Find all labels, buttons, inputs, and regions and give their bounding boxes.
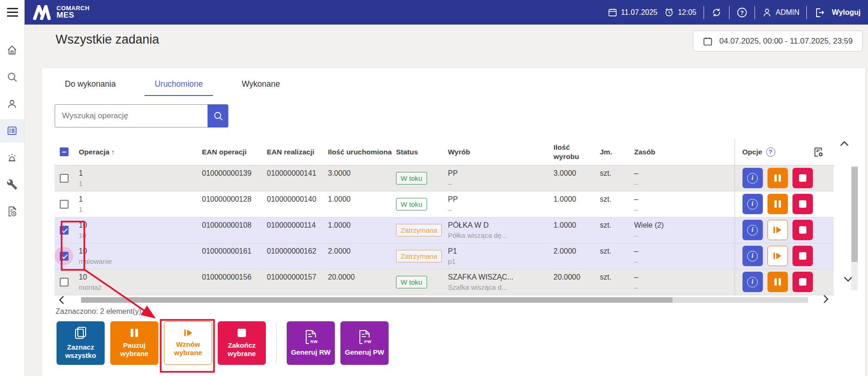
info-button[interactable]: i bbox=[742, 168, 763, 188]
vertical-scrollbar-thumb[interactable] bbox=[851, 167, 858, 262]
status-badge: W toku bbox=[396, 198, 427, 210]
cell-wyrob: PP bbox=[448, 195, 458, 203]
cell-ean-operacji: 010000000156 bbox=[202, 269, 267, 295]
cell-ean-operacji: 010000000128 bbox=[202, 191, 267, 217]
sidebar-item-alarms[interactable] bbox=[0, 146, 24, 169]
tab-wykonane[interactable]: Wykonane bbox=[232, 76, 290, 96]
cell-jm: szt. bbox=[600, 191, 634, 217]
sidebar-item-reports[interactable] bbox=[0, 200, 24, 223]
sidebar-item-tasks[interactable] bbox=[0, 119, 24, 142]
current-date: 11.07.2025 bbox=[608, 7, 658, 17]
generate-pw-button[interactable]: PW Generuj PW bbox=[340, 321, 389, 365]
cell-operacja: 1 bbox=[79, 195, 83, 203]
col-ilosc-wyrobu[interactable]: Ilość wyrobu bbox=[554, 139, 600, 165]
pause-selected-button[interactable]: Pauzuj wybrane bbox=[110, 321, 158, 365]
cell-operacja: 1 bbox=[79, 169, 83, 177]
table-settings-icon[interactable] bbox=[812, 146, 824, 158]
sidebar-item-employees[interactable] bbox=[0, 92, 24, 115]
date-range-picker[interactable]: 04.07.2025, 00:00 - 11.07.2025, 23:59 bbox=[693, 31, 862, 51]
row-checkbox[interactable] bbox=[60, 252, 69, 261]
sidebar-item-home[interactable] bbox=[0, 38, 24, 62]
col-ilosc-uruchomiona[interactable]: Ilość uruchomiona bbox=[328, 139, 396, 165]
pause-resume-button[interactable] bbox=[767, 168, 788, 188]
select-all-checkbox[interactable] bbox=[60, 147, 69, 156]
info-icon: i bbox=[747, 225, 758, 236]
row-checkbox[interactable] bbox=[60, 200, 69, 209]
cell-wyrob-sub: Szafka wisząca d... bbox=[448, 283, 550, 291]
col-operacja[interactable]: Operacja bbox=[79, 148, 109, 156]
logout-button[interactable] bbox=[814, 7, 825, 18]
col-ean-realizacji[interactable]: EAN realizacji bbox=[267, 139, 328, 165]
cell-ilosc-wyrobu: 1.0000 bbox=[554, 217, 600, 243]
finish-selected-button[interactable]: Zakończ wybrane bbox=[218, 321, 266, 365]
document-clock-icon bbox=[6, 205, 18, 217]
scroll-right-icon[interactable] bbox=[821, 293, 831, 306]
cell-zasob: – bbox=[634, 247, 638, 255]
cell-operacja-sub: 1 bbox=[79, 205, 198, 213]
stop-button[interactable] bbox=[793, 272, 813, 292]
scroll-left-icon[interactable] bbox=[57, 293, 67, 306]
select-all-button[interactable]: Zaznacz wszystko bbox=[57, 321, 105, 365]
table-header-row: Operacja↑ EAN operacji EAN realizacji Il… bbox=[55, 139, 834, 165]
user-icon bbox=[762, 7, 772, 18]
vertical-scrollbar[interactable] bbox=[851, 166, 858, 290]
stop-icon bbox=[799, 252, 806, 260]
cell-wyrob-sub: – bbox=[448, 179, 550, 187]
cell-ean-operacji: 010000000161 bbox=[202, 243, 267, 269]
info-button[interactable]: i bbox=[742, 194, 763, 214]
info-button[interactable]: i bbox=[742, 246, 763, 266]
pause-resume-button[interactable] bbox=[767, 246, 788, 266]
horizontal-scrollbar[interactable] bbox=[81, 297, 808, 303]
help-button[interactable]: ? bbox=[736, 7, 748, 18]
page-title: Wszystkie zadania bbox=[56, 32, 159, 47]
search-button[interactable] bbox=[208, 104, 228, 127]
pause-icon bbox=[774, 278, 781, 286]
refresh-button[interactable] bbox=[711, 7, 722, 18]
stop-button[interactable] bbox=[793, 246, 813, 266]
scroll-up-icon[interactable] bbox=[837, 139, 851, 149]
tab-uruchomione[interactable]: Uruchomione bbox=[145, 76, 213, 96]
stop-button[interactable] bbox=[793, 168, 813, 188]
user-name: ADMIN bbox=[776, 8, 800, 17]
logout-label[interactable]: Wyloguj bbox=[832, 8, 861, 17]
search-input[interactable] bbox=[55, 104, 208, 127]
cell-zasob: Wiele (2) bbox=[634, 221, 664, 229]
stop-button[interactable] bbox=[793, 220, 813, 240]
user-menu[interactable]: ADMIN bbox=[762, 7, 800, 18]
resume-selected-button[interactable]: Wznów wybrane bbox=[164, 321, 212, 365]
hamburger-menu-button[interactable] bbox=[0, 0, 25, 25]
cell-ilosc-uruchomiona: 3.0000 bbox=[328, 165, 396, 191]
col-jm[interactable]: Jm. bbox=[600, 139, 634, 165]
row-checkbox[interactable] bbox=[60, 226, 69, 235]
col-wyrob[interactable]: Wyrób bbox=[448, 139, 554, 165]
cell-zasob-sub: – bbox=[634, 179, 731, 187]
col-status[interactable]: Status bbox=[396, 139, 448, 165]
pause-resume-button[interactable] bbox=[767, 272, 788, 292]
col-zasob[interactable]: Zasób bbox=[634, 139, 735, 165]
brand-name: COMARCH bbox=[57, 5, 89, 12]
info-icon: i bbox=[747, 173, 758, 184]
tab-do-wykonania[interactable]: Do wykonania bbox=[55, 76, 126, 96]
pause-resume-button[interactable] bbox=[767, 220, 788, 240]
row-checkbox[interactable] bbox=[60, 174, 69, 183]
scroll-down-icon[interactable] bbox=[841, 274, 855, 284]
pause-resume-button[interactable] bbox=[767, 194, 788, 214]
tasks-table: Operacja↑ EAN operacji EAN realizacji Il… bbox=[55, 139, 834, 295]
stop-button[interactable] bbox=[793, 194, 813, 214]
brand-product: MES bbox=[57, 11, 89, 19]
options-help-icon[interactable]: ? bbox=[766, 147, 775, 157]
sidebar bbox=[0, 25, 25, 376]
cell-zasob: – bbox=[634, 273, 638, 281]
horizontal-scrollbar-thumb[interactable] bbox=[81, 297, 673, 303]
topbar-divider bbox=[806, 6, 807, 19]
sidebar-item-search[interactable] bbox=[0, 65, 24, 89]
row-checkbox[interactable] bbox=[60, 278, 69, 287]
info-button[interactable]: i bbox=[742, 272, 763, 292]
generate-rw-button[interactable]: RW Generuj RW bbox=[287, 321, 335, 365]
info-button[interactable]: i bbox=[742, 220, 763, 240]
stop-icon bbox=[799, 200, 806, 208]
alarm-clock-icon bbox=[664, 7, 674, 17]
sidebar-item-tools[interactable] bbox=[0, 173, 24, 196]
pause-icon bbox=[774, 174, 781, 182]
col-ean-operacji[interactable]: EAN operacji bbox=[202, 139, 267, 165]
